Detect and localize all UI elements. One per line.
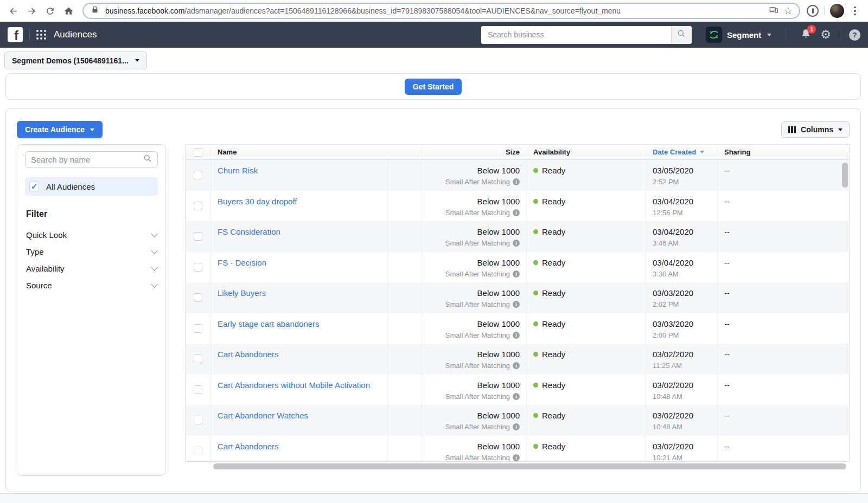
select-all-checkbox[interactable] — [194, 148, 202, 157]
info-icon[interactable]: i — [513, 454, 520, 461]
time-created: 2:00 PM — [653, 331, 679, 339]
time-created: 10:48 AM — [653, 392, 682, 401]
audience-name-link[interactable]: FS - Decision — [218, 258, 266, 267]
status-dot — [533, 321, 538, 326]
create-audience-label: Create Audience — [25, 125, 85, 134]
row-checkbox[interactable] — [194, 385, 202, 394]
send-to-devices-icon[interactable] — [769, 5, 778, 17]
audience-size: Below 1000 — [477, 381, 520, 390]
refresh-icon[interactable] — [42, 3, 58, 18]
address-bar[interactable]: business.facebook.com/adsmanager/audienc… — [82, 3, 800, 19]
business-switcher[interactable]: Segment — [706, 27, 771, 43]
date-created: 03/05/2020 — [653, 166, 693, 175]
search-icon[interactable] — [671, 26, 692, 44]
table-row: Cart Abandoner Watches Below 1000 Small … — [186, 405, 849, 436]
all-audiences-filter[interactable]: All Audiences — [25, 177, 158, 196]
home-icon[interactable] — [61, 3, 76, 18]
info-icon[interactable]: i — [513, 209, 520, 216]
row-checkbox[interactable] — [194, 232, 202, 241]
info-icon[interactable]: i — [513, 270, 520, 278]
filter-item[interactable]: Source — [25, 277, 158, 294]
browser-menu-icon[interactable] — [847, 3, 863, 18]
forward-icon[interactable] — [24, 3, 39, 18]
bookmark-star-icon[interactable]: ☆ — [784, 6, 793, 16]
table-row: Cart Abandoners Below 1000 Small After M… — [186, 436, 849, 462]
filter-item[interactable]: Quick Look — [25, 227, 158, 243]
date-created: 03/02/2020 — [653, 411, 693, 420]
audience-name-link[interactable]: Churn Risk — [218, 166, 258, 175]
time-created: 10:48 AM — [653, 423, 682, 431]
business-search-input[interactable] — [481, 26, 671, 44]
audience-name-link[interactable]: Cart Abandoner Watches — [218, 411, 308, 420]
row-checkbox[interactable] — [194, 354, 202, 363]
time-created: 2:52 PM — [653, 178, 679, 186]
audience-name-link[interactable]: Early stage cart abandoners — [218, 319, 320, 328]
help-icon[interactable]: ? — [849, 29, 860, 41]
size-note: Small After Matching — [445, 423, 510, 431]
column-header-date-created[interactable]: Date Created — [646, 148, 717, 156]
all-audiences-label: All Audiences — [46, 182, 95, 191]
horizontal-scrollbar-thumb[interactable] — [213, 463, 846, 469]
facebook-logo-icon[interactable]: f — [8, 27, 23, 42]
audience-name-link[interactable]: Buyers 30 day dropoff — [218, 197, 297, 206]
audience-name-link[interactable]: Cart Abandoners without Mobile Activatio… — [218, 381, 370, 390]
row-checkbox[interactable] — [194, 416, 202, 424]
availability-status: Ready — [542, 288, 565, 298]
table-row: Cart Abandoners Below 1000 Small After M… — [186, 344, 849, 375]
url-text[interactable]: business.facebook.com/adsmanager/audienc… — [105, 7, 763, 15]
row-checkbox[interactable] — [194, 171, 202, 179]
column-header-availability[interactable]: Availability — [526, 148, 646, 156]
filter-item[interactable]: Type — [25, 243, 158, 260]
info-icon[interactable]: i — [513, 301, 520, 308]
row-checkbox[interactable] — [194, 324, 202, 333]
table-row: FS - Decision Below 1000 Small After Mat… — [186, 252, 849, 283]
audiences-toolbar: Create Audience Columns — [6, 109, 860, 138]
notification-badge: 1 — [807, 25, 816, 34]
ad-account-selector[interactable]: Segment Demos (15064891161... — [4, 51, 147, 69]
column-header-sharing[interactable]: Sharing — [717, 148, 849, 156]
row-checkbox[interactable] — [194, 447, 202, 455]
availability-status: Ready — [542, 411, 565, 420]
apps-grid-icon[interactable] — [36, 30, 46, 40]
sharing-value: -- — [717, 160, 849, 191]
availability-status: Ready — [542, 197, 565, 206]
vertical-scrollbar-thumb[interactable] — [842, 163, 848, 188]
name-search-input[interactable] — [31, 155, 139, 164]
audience-name-link[interactable]: Likely Buyers — [218, 288, 266, 298]
audience-name-link[interactable]: FS Consideration — [218, 227, 280, 236]
extension-icon[interactable] — [807, 5, 819, 17]
row-checkbox[interactable] — [194, 293, 202, 302]
audience-name-link[interactable]: Cart Abandoners — [218, 442, 279, 451]
column-header-name[interactable]: Name — [210, 148, 387, 156]
availability-status: Ready — [542, 350, 565, 359]
info-icon[interactable]: i — [513, 332, 520, 339]
info-icon[interactable]: i — [513, 423, 520, 430]
back-icon[interactable] — [5, 3, 21, 18]
create-audience-button[interactable]: Create Audience — [17, 121, 103, 138]
info-icon[interactable]: i — [513, 362, 520, 369]
page-bottom-strip — [0, 493, 868, 503]
segment-logo-icon — [706, 27, 722, 43]
filter-item[interactable]: Availability — [25, 260, 158, 277]
get-started-button[interactable]: Get Started — [405, 79, 462, 95]
columns-button[interactable]: Columns — [781, 121, 850, 138]
info-icon[interactable]: i — [513, 393, 520, 400]
time-created: 11:25 AM — [653, 362, 682, 370]
url-domain: business.facebook.com — [105, 7, 184, 15]
info-icon[interactable]: i — [513, 178, 520, 185]
all-audiences-checkbox[interactable] — [29, 182, 39, 191]
business-search[interactable] — [481, 26, 692, 44]
gear-icon[interactable]: ⚙ — [820, 29, 831, 41]
row-checkbox[interactable] — [194, 202, 202, 210]
audience-name-link[interactable]: Cart Abandoners — [218, 350, 279, 359]
chevron-down-icon — [767, 34, 771, 36]
size-note: Small After Matching — [445, 239, 510, 247]
name-search[interactable] — [25, 151, 158, 167]
availability-status: Ready — [542, 381, 565, 390]
info-icon[interactable]: i — [513, 240, 520, 247]
column-header-size[interactable]: Size — [422, 148, 526, 156]
row-checkbox[interactable] — [194, 263, 202, 272]
status-dot — [533, 168, 538, 173]
browser-profile-avatar[interactable] — [830, 4, 844, 18]
notifications-bell-icon[interactable]: 1 — [800, 28, 812, 42]
